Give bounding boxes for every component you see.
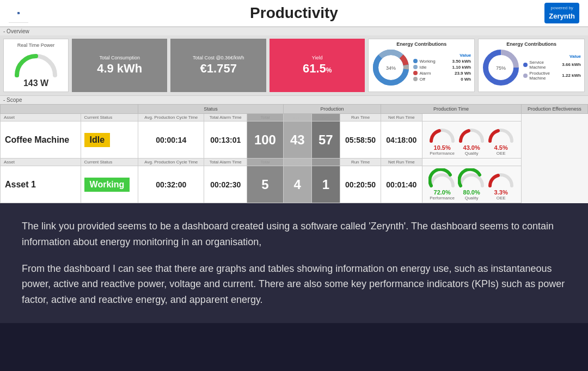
prod-good-val-0: 43 bbox=[284, 129, 311, 151]
ec1-legend-row-2: Alarm 23.9 Wh bbox=[413, 71, 471, 76]
eff-gauges-1: 72.0% Performance 80.0% Quality 3.3% OEE bbox=[425, 168, 519, 200]
avg-cycle-label-1: Avg. Production Cycle Time bbox=[138, 159, 204, 166]
ec1-legend-row-0: Working 3.50 kWh bbox=[413, 59, 471, 64]
prod-total-val-0: 100 bbox=[247, 129, 283, 151]
ec2-title: Energy Contributions bbox=[482, 41, 581, 47]
prod-total-label-1: Total bbox=[247, 159, 284, 166]
prod-good-cell-0: 43 bbox=[283, 121, 311, 159]
eff-label-0-2: OEE bbox=[487, 151, 514, 156]
ec2-value-0: 3.66 kWh bbox=[562, 62, 581, 67]
asset-name-cell-0: Coffee Machine bbox=[1, 121, 81, 159]
status-label-0: Current Status bbox=[81, 114, 138, 121]
prod-bad-val-0: 57 bbox=[312, 129, 340, 151]
avg-cycle-cell-0: 00:00:14 bbox=[138, 121, 204, 159]
prod-total-val-1: 5 bbox=[247, 174, 283, 196]
ec1-value-header: Value bbox=[413, 53, 471, 58]
eff-label-0-0: Performance bbox=[428, 151, 456, 156]
alarm-val-0: 00:13:01 bbox=[210, 136, 241, 144]
eff-gauges-0: 10.5% Performance 43.0% Quality 4.5% OEE bbox=[425, 124, 519, 156]
net-run-val-0: 04:18:00 bbox=[386, 136, 416, 144]
run-time-cell-1: 00:20:50 bbox=[340, 166, 381, 203]
eff-header-1 bbox=[422, 159, 521, 166]
overview-row: Real Time Power 143 W Total Consumption … bbox=[0, 35, 588, 95]
asset-status-cell-0: Idle bbox=[81, 121, 138, 159]
asset-row-1: Asset 1 Working 00:32:00 00:02:30 5 4 1 … bbox=[1, 166, 588, 203]
header-effectiveness: Production Effectiveness bbox=[521, 105, 587, 114]
eff-item-1-1: 80.0% Quality bbox=[458, 168, 485, 200]
svg-point-3 bbox=[15, 73, 19, 77]
prod-good-val-1: 4 bbox=[284, 174, 311, 196]
ec2-legend-row-0: Service Machine 3.66 kWh bbox=[523, 60, 581, 70]
zerynth-badge: powered by Zerynth bbox=[544, 3, 579, 23]
ec1-donut: 34% bbox=[372, 48, 410, 87]
alarm-label-0: Total Alarm Time bbox=[204, 114, 247, 121]
ec2-dot-0 bbox=[523, 63, 528, 67]
ec1-legend-row-3: Off 0 Wh bbox=[413, 77, 471, 82]
ec2-value-1: 1.22 kWh bbox=[562, 73, 581, 78]
alarm-cell-1: 00:02:30 bbox=[204, 166, 247, 203]
asset-name-1: Asset 1 bbox=[5, 180, 36, 189]
ec1-legend: Value Working 3.50 kWh Idle 1.10 kWh Ala… bbox=[413, 53, 471, 83]
avg-cycle-cell-1: 00:32:00 bbox=[138, 166, 204, 203]
ec2-value-header: Value bbox=[523, 54, 581, 59]
yield-value: 61.5% bbox=[276, 62, 358, 76]
eff-item-0-1: 43.0% Quality bbox=[458, 124, 485, 156]
total-cost-card: Total Cost @0.36€/kWh €1.757 bbox=[170, 39, 266, 92]
eff-item-1-0: 72.0% Performance bbox=[428, 168, 456, 200]
app-logo: Z bbox=[9, 3, 28, 23]
ec2-dot-1 bbox=[523, 74, 528, 78]
asset-name-cell-1: Asset 1 bbox=[1, 166, 81, 203]
scope-section: Status Production Production Time Produc… bbox=[0, 104, 588, 203]
prod-bad-cell-0: 57 bbox=[311, 121, 340, 159]
asset-status-0: Idle bbox=[84, 133, 111, 147]
asset-label-1: Asset bbox=[1, 159, 81, 166]
ec1-label-1: Idle bbox=[419, 65, 450, 70]
ec1-dot-1 bbox=[413, 65, 418, 69]
alarm-val-1: 00:02:30 bbox=[210, 180, 241, 189]
asset-name-0: Coffee Machine bbox=[5, 135, 69, 144]
run-time-label-0: Run Time bbox=[340, 114, 381, 121]
prod-good-cell-1: 4 bbox=[283, 166, 311, 203]
prod-bad-cell-1: 1 bbox=[311, 166, 340, 203]
prod-total-cell-0: 100 bbox=[247, 121, 284, 159]
scope-section-label: - Scope bbox=[0, 95, 588, 104]
asset-row-0: Coffee Machine Idle 00:00:14 00:13:01 10… bbox=[1, 121, 588, 159]
svg-text:34%: 34% bbox=[386, 65, 396, 71]
page-title: Productivity bbox=[250, 4, 338, 22]
ec1-label-3: Off bbox=[419, 77, 459, 82]
eff-label-1-2: OEE bbox=[487, 196, 514, 200]
run-time-val-1: 00:20:50 bbox=[345, 180, 376, 189]
text-section: The link you provided seems to be a dash… bbox=[0, 203, 588, 323]
header-production-time: Production Time bbox=[381, 105, 522, 114]
run-time-label-1: Run Time bbox=[340, 159, 381, 166]
ec1-dot-2 bbox=[413, 71, 418, 75]
eff-label-0-1: Quality bbox=[458, 151, 485, 156]
eff-label-1-1: Quality bbox=[458, 196, 485, 200]
net-run-cell-0: 04:18:00 bbox=[381, 121, 422, 159]
eff-val-0-0: 10.5% bbox=[428, 144, 456, 151]
eff-val-0-2: 4.5% bbox=[487, 144, 514, 151]
eff-val-0-1: 43.0% bbox=[458, 144, 485, 151]
avg-cycle-val-1: 00:32:00 bbox=[156, 180, 186, 189]
ec1-value-2: 23.9 Wh bbox=[455, 71, 471, 76]
ec1-value-0: 3.50 kWh bbox=[452, 59, 471, 64]
total-consumption-card: Total Consumption 4.9 kWh bbox=[72, 39, 167, 92]
ec1-value-1: 1.10 kWh bbox=[452, 65, 471, 70]
ec2-label-1: Productive Machine bbox=[529, 71, 560, 81]
total-cost-label: Total Cost @0.36€/kWh bbox=[177, 55, 259, 60]
prod-total-label-0: Total bbox=[247, 114, 284, 121]
ec2-legend: Value Service Machine 3.66 kWh Productiv… bbox=[523, 54, 581, 82]
eff-item-1-2: 3.3% OEE bbox=[487, 168, 514, 200]
asset-table-header: Status Production Production Time Produc… bbox=[1, 105, 588, 114]
overview-section-label: - Overview bbox=[0, 27, 588, 35]
ec1-dot-0 bbox=[413, 59, 418, 63]
ec2-donut: 75% bbox=[482, 48, 520, 87]
ec1-title: Energy Contributions bbox=[372, 41, 471, 47]
eff-val-1-2: 3.3% bbox=[487, 189, 514, 196]
text-paragraph-0: The link you provided seems to be a dash… bbox=[22, 218, 566, 250]
power-value: 143 W bbox=[7, 78, 65, 88]
power-gauge bbox=[11, 50, 60, 77]
header-asset bbox=[1, 105, 138, 114]
prod-total-cell-1: 5 bbox=[247, 166, 284, 203]
asset-status-cell-1: Working bbox=[81, 166, 138, 203]
